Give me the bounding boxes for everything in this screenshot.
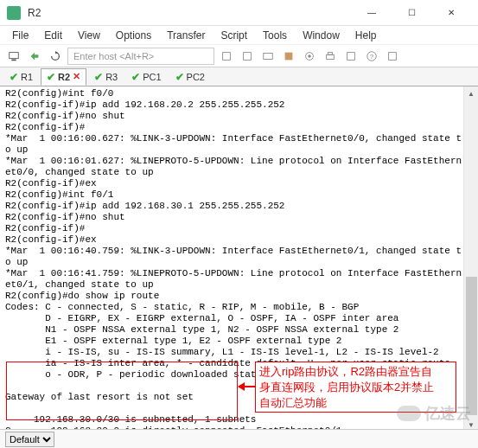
tab-label: R2 bbox=[58, 72, 70, 82]
titlebar: R2 — ☐ ✕ bbox=[0, 0, 478, 26]
window-buttons: — ☐ ✕ bbox=[352, 0, 471, 26]
annotation-arrow bbox=[239, 386, 255, 387]
toolbar-btn-4[interactable] bbox=[280, 48, 297, 65]
menu-tools[interactable]: Tools bbox=[256, 28, 294, 43]
tab-r2[interactable]: ✔R2✕ bbox=[41, 68, 86, 86]
menu-script[interactable]: Script bbox=[214, 28, 254, 43]
toolbar-btn-9[interactable] bbox=[384, 48, 401, 65]
menu-edit[interactable]: Edit bbox=[37, 28, 69, 43]
close-button[interactable]: ✕ bbox=[431, 0, 471, 26]
toolbar: Enter host <Alt+R> ? bbox=[0, 45, 478, 67]
tab-r3[interactable]: ✔R3 bbox=[88, 68, 124, 86]
tab-pc2[interactable]: ✔PC2 bbox=[169, 68, 211, 86]
tab-label: R1 bbox=[21, 72, 33, 82]
svg-rect-0 bbox=[10, 52, 19, 58]
toolbar-btn-1[interactable] bbox=[218, 48, 235, 65]
svg-rect-13 bbox=[389, 52, 397, 60]
quick-connect-icon[interactable] bbox=[26, 48, 43, 65]
scroll-up-icon[interactable]: ▲ bbox=[464, 86, 478, 101]
reconnect-icon[interactable] bbox=[47, 48, 64, 65]
annotation-line: 身直连网段，启用协议版本2并禁止 bbox=[259, 380, 452, 395]
menu-file[interactable]: File bbox=[5, 28, 35, 43]
cloud-icon bbox=[397, 406, 421, 421]
toolbar-btn-7[interactable] bbox=[342, 48, 360, 65]
annotation-line: 进入rip路由协议，R2路由器宣告自 bbox=[259, 364, 452, 380]
svg-rect-8 bbox=[327, 54, 335, 59]
minimize-button[interactable]: — bbox=[352, 0, 392, 26]
watermark-text: 亿速云 bbox=[424, 403, 471, 424]
tabs: ✔R1 ✔R2✕ ✔R3 ✔PC1 ✔PC2 bbox=[0, 67, 478, 86]
tab-pc1[interactable]: ✔PC1 bbox=[125, 68, 167, 86]
menu-help[interactable]: Help bbox=[348, 28, 384, 43]
svg-rect-1 bbox=[11, 59, 16, 61]
settings-icon[interactable] bbox=[301, 48, 318, 65]
svg-point-7 bbox=[308, 54, 311, 58]
svg-rect-2 bbox=[223, 52, 231, 60]
svg-rect-10 bbox=[347, 52, 355, 60]
connect-icon[interactable] bbox=[5, 48, 22, 65]
app-icon bbox=[7, 6, 21, 20]
tab-label: PC2 bbox=[187, 72, 205, 82]
host-input[interactable]: Enter host <Alt+R> bbox=[67, 48, 214, 65]
check-icon: ✔ bbox=[10, 71, 18, 83]
svg-rect-4 bbox=[264, 53, 273, 59]
statusbar: Default bbox=[0, 429, 478, 448]
scroll-thumb[interactable] bbox=[466, 277, 477, 415]
maximize-button[interactable]: ☐ bbox=[392, 0, 431, 26]
check-icon: ✔ bbox=[47, 71, 55, 83]
check-icon: ✔ bbox=[175, 71, 184, 83]
menubar: File Edit View Options Transfer Script T… bbox=[0, 26, 478, 45]
svg-text:?: ? bbox=[370, 52, 374, 60]
toolbar-btn-2[interactable] bbox=[239, 48, 256, 65]
check-icon: ✔ bbox=[131, 71, 140, 83]
menu-options[interactable]: Options bbox=[109, 28, 158, 43]
profile-select[interactable]: Default bbox=[5, 432, 54, 447]
menu-view[interactable]: View bbox=[71, 28, 107, 43]
svg-rect-5 bbox=[285, 52, 293, 60]
svg-rect-9 bbox=[328, 52, 332, 54]
window-title: R2 bbox=[28, 7, 352, 19]
tab-label: R3 bbox=[105, 72, 118, 82]
watermark: 亿速云 bbox=[397, 403, 471, 424]
print-icon[interactable] bbox=[322, 48, 339, 65]
close-tab-icon[interactable]: ✕ bbox=[73, 71, 80, 82]
svg-rect-3 bbox=[244, 52, 252, 60]
help-icon[interactable]: ? bbox=[363, 48, 380, 65]
menu-window[interactable]: Window bbox=[296, 28, 347, 43]
check-icon: ✔ bbox=[94, 71, 103, 83]
menu-transfer[interactable]: Transfer bbox=[160, 28, 212, 43]
toolbar-btn-3[interactable] bbox=[259, 48, 277, 65]
vertical-scrollbar[interactable]: ▲ ▼ bbox=[463, 86, 478, 432]
tab-label: PC1 bbox=[143, 72, 161, 82]
tab-r1[interactable]: ✔R1 bbox=[3, 68, 39, 86]
